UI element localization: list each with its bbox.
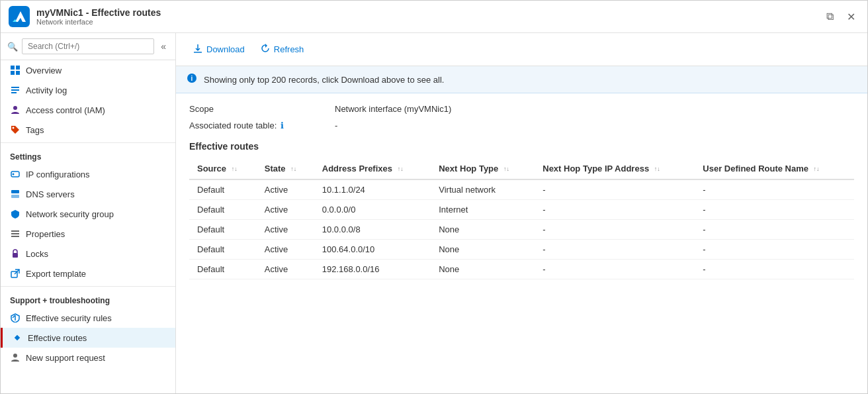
svg-rect-19 bbox=[13, 253, 18, 258]
svg-point-11 bbox=[13, 127, 15, 129]
refresh-icon bbox=[261, 44, 270, 55]
sidebar-item-tags[interactable]: Tags bbox=[1, 120, 175, 140]
props-icon bbox=[10, 228, 21, 239]
sidebar-item-network-security-group[interactable]: Network security group bbox=[1, 204, 175, 224]
sidebar-item-effective-routes[interactable]: Effective routes bbox=[1, 328, 175, 348]
sort-state-icon[interactable]: ↑↓ bbox=[290, 166, 296, 172]
table-cell-2: 10.1.1.0/24 bbox=[314, 179, 431, 200]
route-icon bbox=[12, 332, 22, 343]
info-circle-icon: ℹ bbox=[281, 121, 284, 130]
table-cell-1: Active bbox=[257, 260, 314, 279]
restore-button[interactable]: ⧉ bbox=[822, 8, 838, 26]
title-bar: myVMNic1 - Effective routes Network inte… bbox=[1, 1, 867, 33]
svg-rect-15 bbox=[11, 195, 19, 198]
svg-rect-6 bbox=[16, 71, 20, 75]
refresh-button[interactable]: Refresh bbox=[254, 40, 311, 59]
col-user-defined-route[interactable]: User Defined Route Name ↑↓ bbox=[695, 158, 854, 179]
sidebar-item-new-support-request[interactable]: New support request bbox=[1, 348, 175, 368]
search-input[interactable] bbox=[22, 38, 154, 54]
svg-point-25 bbox=[13, 354, 17, 358]
effective-routes-section-title: Effective routes bbox=[189, 141, 854, 152]
svg-rect-9 bbox=[11, 92, 17, 93]
sidebar-item-dns-servers[interactable]: DNS servers bbox=[1, 184, 175, 204]
sidebar-item-overview-label: Overview bbox=[26, 66, 62, 75]
table-cell-5: - bbox=[695, 200, 854, 220]
ip-icon bbox=[10, 169, 21, 179]
col-next-hop-type-ip[interactable]: Next Hop Type IP Address ↑↓ bbox=[535, 158, 695, 179]
people-icon bbox=[10, 105, 21, 115]
table-cell-3: Virtual network bbox=[431, 179, 535, 200]
lock-icon bbox=[10, 248, 21, 259]
table-cell-0: Default bbox=[189, 260, 257, 279]
shield-icon bbox=[10, 313, 21, 323]
download-button[interactable]: Download bbox=[187, 40, 251, 59]
svg-text:i: i bbox=[191, 75, 193, 82]
sidebar-item-ip-configurations-label: IP configurations bbox=[26, 170, 90, 179]
download-icon bbox=[193, 44, 202, 55]
scope-row: Scope Network interface (myVMNic1) bbox=[189, 104, 854, 114]
table-cell-4: - bbox=[535, 240, 695, 260]
svg-rect-18 bbox=[11, 236, 19, 237]
table-cell-3: None bbox=[431, 220, 535, 240]
table-cell-5: - bbox=[695, 179, 854, 200]
scope-label: Scope bbox=[189, 104, 335, 114]
info-icon: i bbox=[187, 73, 197, 86]
table-row: DefaultActive192.168.0.0/16None-- bbox=[189, 260, 854, 279]
close-button[interactable]: ✕ bbox=[843, 8, 859, 26]
svg-marker-27 bbox=[265, 44, 267, 48]
sidebar-item-properties-label: Properties bbox=[26, 229, 65, 239]
col-source[interactable]: Source ↑↓ bbox=[189, 158, 257, 179]
sidebar-item-access-control[interactable]: Access control (IAM) bbox=[1, 100, 175, 120]
grid-icon bbox=[10, 65, 21, 75]
svg-rect-17 bbox=[11, 233, 19, 234]
toolbar: Download Refresh bbox=[176, 33, 867, 66]
sort-nexthopip-icon[interactable]: ↑↓ bbox=[654, 166, 660, 172]
table-row: DefaultActive10.0.0.0/8None-- bbox=[189, 220, 854, 240]
table-cell-0: Default bbox=[189, 200, 257, 220]
table-cell-2: 0.0.0.0/0 bbox=[314, 200, 431, 220]
assoc-route-value: - bbox=[335, 121, 337, 130]
title-bar-left: myVMNic1 - Effective routes Network inte… bbox=[9, 6, 161, 27]
main-layout: 🔍 « Overview Activity log bbox=[1, 33, 867, 393]
table-cell-0: Default bbox=[189, 220, 257, 240]
col-next-hop-type[interactable]: Next Hop Type ↑↓ bbox=[431, 158, 535, 179]
export-icon bbox=[10, 268, 21, 279]
sidebar-item-locks[interactable]: Locks bbox=[1, 244, 175, 264]
table-cell-2: 100.64.0.0/10 bbox=[314, 240, 431, 260]
info-banner: i Showing only top 200 records, click Do… bbox=[176, 66, 867, 93]
sidebar-item-activity-log[interactable]: Activity log bbox=[1, 80, 175, 100]
sidebar-item-export-template-label: Export template bbox=[26, 269, 86, 279]
table-row: DefaultActive0.0.0.0/0Internet-- bbox=[189, 200, 854, 220]
sort-address-icon[interactable]: ↑↓ bbox=[398, 166, 404, 172]
sort-userdefined-icon[interactable]: ↑↓ bbox=[814, 166, 820, 172]
nsg-icon bbox=[10, 209, 21, 219]
col-state[interactable]: State ↑↓ bbox=[257, 158, 314, 179]
table-cell-5: - bbox=[695, 220, 854, 240]
sidebar-item-effective-security-rules[interactable]: Effective security rules bbox=[1, 308, 175, 328]
sidebar-item-ip-configurations[interactable]: IP configurations bbox=[1, 164, 175, 184]
svg-point-10 bbox=[13, 106, 17, 110]
table-row: DefaultActive100.64.0.0/10None-- bbox=[189, 240, 854, 260]
sort-nexthop-icon[interactable]: ↑↓ bbox=[503, 166, 509, 172]
support-section-label: Support + troubleshooting bbox=[1, 286, 175, 308]
assoc-route-row: Associated route table: ℹ - bbox=[189, 121, 854, 130]
collapse-sidebar-button[interactable]: « bbox=[158, 40, 169, 53]
table-cell-2: 192.168.0.0/16 bbox=[314, 260, 431, 279]
azure-icon bbox=[9, 6, 30, 27]
sidebar-item-locks-label: Locks bbox=[26, 249, 48, 259]
sidebar: 🔍 « Overview Activity log bbox=[1, 33, 176, 393]
sidebar-item-export-template[interactable]: Export template bbox=[1, 264, 175, 283]
sidebar-item-effective-security-rules-label: Effective security rules bbox=[26, 313, 112, 323]
sidebar-item-properties[interactable]: Properties bbox=[1, 224, 175, 244]
sort-source-icon[interactable]: ↑↓ bbox=[232, 166, 238, 172]
table-cell-1: Active bbox=[257, 240, 314, 260]
table-cell-4: - bbox=[535, 260, 695, 279]
col-address-prefixes[interactable]: Address Prefixes ↑↓ bbox=[314, 158, 431, 179]
assoc-route-label: Associated route table: ℹ bbox=[189, 121, 335, 130]
window-subtitle: Network interface bbox=[36, 18, 161, 26]
window-title: myVMNic1 - Effective routes bbox=[36, 7, 161, 18]
title-bar-right: ⧉ ✕ bbox=[822, 8, 859, 26]
search-icon: 🔍 bbox=[7, 42, 18, 52]
table-cell-4: - bbox=[535, 200, 695, 220]
sidebar-item-overview[interactable]: Overview bbox=[1, 60, 175, 80]
